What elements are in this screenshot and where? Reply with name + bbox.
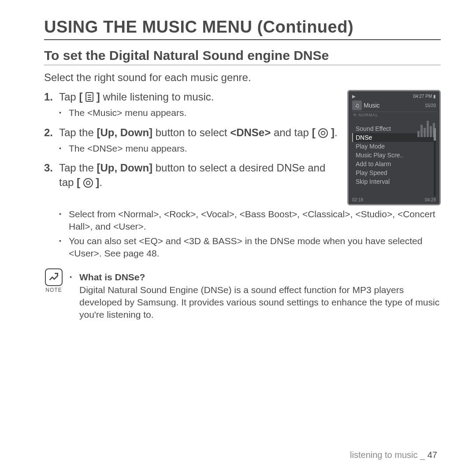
device-status-right: 04:27 PM ▮: [413, 94, 436, 99]
device-screenshot: ▶ 04:27 PM ▮ ♫ Music 15/20 ⟲ NORMAL Soun…: [347, 90, 441, 205]
device-status-left: ▶: [352, 94, 356, 99]
device-scrollbar: [434, 128, 436, 196]
step-3-sub-1: Select from <Normal>, <Rock>, <Vocal>, <…: [59, 208, 441, 233]
note-icon: [45, 268, 63, 286]
device-track-count: 15/20: [425, 103, 436, 108]
select-icon: [318, 128, 328, 138]
note-label: NOTE: [44, 287, 63, 293]
device-music-label: Music: [364, 102, 423, 109]
device-time-right: 04:28: [425, 197, 436, 202]
device-menu-item: Add to Alarm: [352, 160, 434, 168]
page-title: USING THE MUSIC MENU (Continued): [44, 18, 441, 40]
step-1: Tap [ ] while listening to music. The <M…: [44, 90, 338, 119]
note-content: What is DNSe? Digital Natural Sound Engi…: [70, 271, 441, 321]
music-note-icon: ♫: [352, 100, 362, 110]
select-icon: [83, 178, 93, 188]
intro-text: Select the right sound for each music ge…: [44, 71, 441, 84]
step-3: Tap the [Up, Down] button to select a de…: [44, 161, 338, 190]
device-time-left: 02:18: [352, 197, 363, 202]
device-menu-item: Skip Interval: [352, 177, 434, 186]
note-block: NOTE What is DNSe? Digital Natural Sound…: [44, 268, 441, 323]
device-menu-item: Play Mode: [352, 142, 434, 151]
section-title: To set the Digital Natural Sound engine …: [44, 48, 441, 65]
device-menu-item: Music Play Scre..: [352, 151, 434, 160]
menu-icon: [86, 92, 93, 102]
step-1-sub: The <Music> menu appears.: [59, 107, 338, 119]
steps-list: Tap [ ] while listening to music. The <M…: [44, 90, 338, 190]
footer: listening to music _ 47: [350, 450, 437, 460]
step-3-sub-2: You can also set <EQ> and <3D & BASS> in…: [59, 235, 441, 260]
step-2-sub: The <DNSe> menu appears.: [59, 142, 338, 155]
device-menu-item: Play Speed: [352, 168, 434, 177]
equalizer-icon: [417, 117, 435, 137]
step-2: Tap the [Up, Down] button to select <DNS…: [44, 126, 338, 155]
